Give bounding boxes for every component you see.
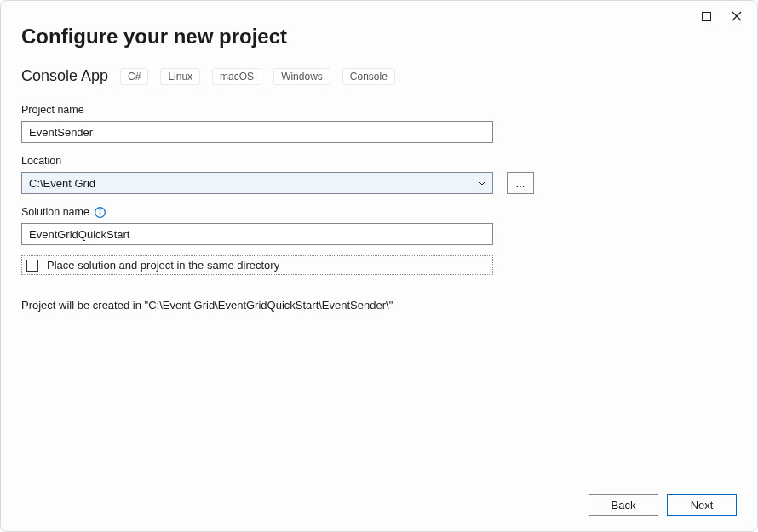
location-label: Location [21,155,737,167]
same-directory-checkbox[interactable] [26,260,38,272]
project-name-label: Project name [21,104,737,116]
close-button[interactable] [728,8,745,25]
configure-project-window: Configure your new project Console App C… [0,0,758,532]
tag-linux: Linux [160,68,200,85]
tag-macos: macOS [212,68,261,85]
location-value: C:\Event Grid [29,177,475,190]
same-directory-checkbox-row[interactable]: Place solution and project in the same d… [21,255,493,275]
chevron-down-icon [475,181,489,186]
footer-buttons: Back Next [589,494,737,516]
window-titlebar [698,1,757,26]
project-path-preview: Project will be created in "C:\Event Gri… [21,299,737,312]
solution-name-input[interactable] [21,223,493,245]
project-name-input[interactable] [21,121,493,143]
page-title: Configure your new project [21,25,737,49]
svg-point-2 [100,209,101,210]
template-header-row: Console App C# Linux macOS Windows Conso… [21,67,737,85]
solution-name-label-text: Solution name [21,206,89,218]
same-directory-checkbox-label: Place solution and project in the same d… [47,259,279,272]
tag-csharp: C# [120,68,148,85]
content-area: Configure your new project Console App C… [21,25,737,477]
next-button[interactable]: Next [667,494,737,516]
info-icon[interactable] [95,207,106,218]
location-combobox[interactable]: C:\Event Grid [21,172,493,194]
tag-console: Console [342,68,395,85]
template-name: Console App [21,67,108,85]
svg-rect-0 [702,12,710,20]
browse-button[interactable]: ... [507,172,534,194]
tag-windows: Windows [273,68,330,85]
svg-rect-3 [100,211,100,215]
maximize-button[interactable] [698,8,715,25]
solution-name-label: Solution name [21,206,737,218]
back-button[interactable]: Back [589,494,658,516]
